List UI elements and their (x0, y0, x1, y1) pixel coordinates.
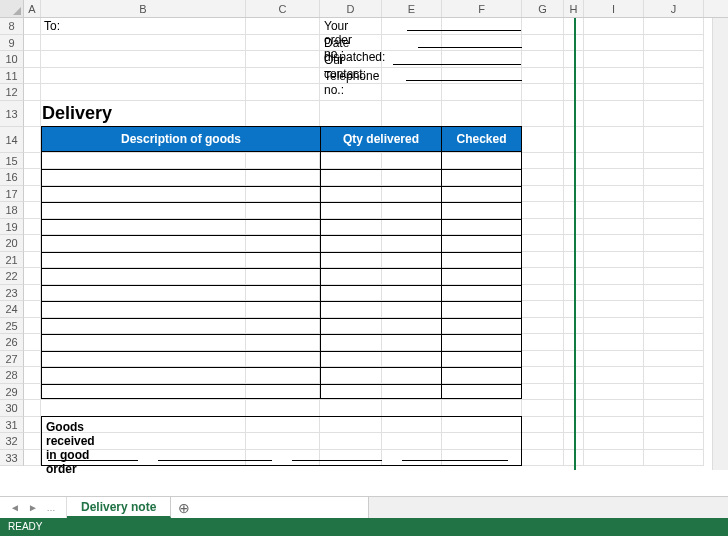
row-headers: 8910111213141516171819202122232425262728… (0, 18, 24, 466)
underline-contact (393, 64, 521, 65)
tab-nav-next[interactable]: ► (26, 501, 40, 515)
status-text: READY (8, 521, 42, 532)
print-boundary (574, 18, 576, 470)
table-header-qty: Qty delivered (320, 126, 442, 152)
tab-nav: ◄ ► … (0, 497, 67, 518)
underline-date-dispatched (418, 47, 522, 48)
table-body (41, 151, 522, 399)
spreadsheet-grid[interactable]: ABCDEFGHIJ 89101112131415161718192021222… (0, 0, 728, 500)
underline-order-no (407, 30, 521, 31)
signature-line-1 (48, 460, 138, 461)
table-vline-2 (441, 151, 442, 399)
label-to: To: (44, 19, 60, 33)
label-telephone: Telephone no.: (324, 69, 379, 97)
vertical-scrollbar[interactable] (712, 18, 728, 470)
table-header-checked: Checked (441, 126, 522, 152)
sheet-tab-active[interactable]: Delivery note (67, 497, 171, 518)
signature-line-3 (292, 460, 382, 461)
tab-nav-prev[interactable]: ◄ (8, 501, 22, 515)
select-all-corner[interactable] (0, 0, 24, 18)
signature-line-4 (402, 460, 508, 461)
horizontal-scrollbar[interactable] (368, 496, 728, 518)
table-vline-1 (320, 151, 321, 399)
table-header-description: Description of goods (41, 126, 321, 152)
status-bar: READY (0, 518, 728, 536)
underline-telephone (406, 80, 522, 81)
column-headers: ABCDEFGHIJ (0, 0, 728, 18)
signature-line-2 (158, 460, 272, 461)
goods-received-label: Goods received in good order (46, 420, 95, 476)
tab-nav-menu[interactable]: … (44, 501, 58, 515)
goods-received-box (41, 416, 522, 466)
add-sheet-button[interactable]: ⊕ (171, 500, 197, 516)
